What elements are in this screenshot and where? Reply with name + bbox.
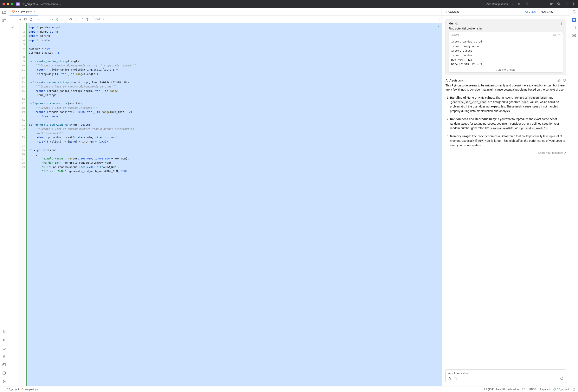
- attached-code-snippet: Jupyter import pandas as pd import numpy…: [449, 32, 563, 73]
- assistant-minimize-button[interactable]: —: [564, 10, 567, 13]
- toolbar-overflow-button[interactable]: ›: [439, 18, 439, 21]
- jupyter-vars-icon[interactable]: [572, 33, 576, 38]
- user-label: Me: [449, 22, 453, 25]
- thumbs-up-button[interactable]: [557, 79, 561, 82]
- user-message-menu[interactable]: ⋮: [560, 22, 563, 25]
- progress-tool-icon[interactable]: [2, 346, 6, 350]
- search-icon[interactable]: [557, 2, 561, 6]
- response-intro: This Python code seems to be written cor…: [445, 83, 566, 92]
- paste-cell-button[interactable]: [29, 17, 33, 21]
- project-selector[interactable]: DS DS_project ⌄: [16, 2, 38, 5]
- assistant-text-input[interactable]: [448, 372, 563, 375]
- run-config-selector[interactable]: Add Configuration... ⌄: [486, 2, 514, 5]
- svg-rect-28: [573, 34, 576, 35]
- close-tab-button[interactable]: ×: [34, 10, 36, 13]
- file-encoding[interactable]: UTF-8: [529, 388, 536, 391]
- attach-context-button[interactable]: [454, 377, 457, 381]
- assistant-more-button[interactable]: ⋮: [558, 10, 561, 13]
- services-tool-icon[interactable]: [2, 330, 6, 334]
- svg-point-15: [4, 381, 5, 382]
- debug-button[interactable]: [525, 2, 529, 6]
- problems-tool-icon[interactable]: [2, 371, 6, 375]
- svg-point-16: [12, 10, 15, 13]
- maximize-window-button[interactable]: [11, 3, 13, 5]
- move-up-button[interactable]: ↑: [37, 17, 41, 21]
- thumbs-down-button[interactable]: [563, 79, 566, 82]
- python-console-icon[interactable]: [2, 354, 6, 359]
- run-button[interactable]: [517, 2, 521, 6]
- run-cell-button[interactable]: ▷: [50, 17, 54, 21]
- jupyter-icon: [21, 388, 24, 391]
- breadcrumb[interactable]: DS_project › sample.ipynb: [7, 388, 39, 391]
- code-editor[interactable]: In _ 1234567891011 12131415 16171819 202…: [8, 23, 441, 386]
- svg-point-1: [551, 3, 552, 4]
- copy-cell-button[interactable]: [24, 17, 27, 21]
- svg-point-9: [3, 339, 5, 341]
- svg-rect-32: [573, 389, 575, 390]
- minimize-window-button[interactable]: [7, 3, 9, 5]
- expand-snippet-button[interactable]: ⌄ 23 more line(s): [449, 67, 563, 72]
- svg-point-30: [22, 389, 24, 390]
- right-tool-rail: [570, 8, 578, 386]
- svg-point-2: [558, 3, 559, 4]
- cell-type-selector[interactable]: Code ▾: [93, 17, 106, 21]
- tool-window-button[interactable]: ◻: [2, 388, 4, 391]
- send-button[interactable]: [560, 377, 563, 381]
- jupyter-icon: [12, 10, 15, 13]
- all-chats-link[interactable]: All Chats: [525, 10, 536, 13]
- cut-cell-button[interactable]: ✂: [18, 17, 22, 21]
- list-item: Randomness and Reproducibility: If you w…: [450, 117, 566, 131]
- project-tool-icon[interactable]: [2, 10, 6, 14]
- structure-tool-icon[interactable]: [2, 18, 6, 22]
- interpreter-selector[interactable]: DS_project: [553, 388, 569, 391]
- svg-point-14: [3, 382, 4, 383]
- restart-button[interactable]: [69, 17, 72, 21]
- code-cell-content[interactable]: ✓import pandas as pd import numpy as np …: [27, 23, 441, 386]
- clear-output-button[interactable]: [80, 17, 84, 21]
- assistant-input-box[interactable]: [445, 369, 566, 383]
- chevron-down-icon: ⌄: [511, 2, 514, 5]
- new-chat-button[interactable]: New Chat: [538, 9, 555, 14]
- svg-rect-7: [3, 21, 4, 22]
- project-name: DS_project: [21, 2, 35, 5]
- close-window-button[interactable]: [2, 3, 5, 5]
- line-separator[interactable]: LF: [523, 388, 525, 391]
- database-tool-icon[interactable]: [572, 26, 576, 30]
- share-feedback-link[interactable]: Share your feedback ↗: [445, 151, 566, 154]
- more-tools-icon[interactable]: ⋯: [2, 26, 6, 31]
- svg-rect-3: [565, 3, 567, 5]
- more-actions-button[interactable]: ⋮: [532, 2, 536, 6]
- delete-cell-button[interactable]: [86, 17, 89, 21]
- cursor-position[interactable]: 2:1 (1348 chars, 34 line breaks): [484, 388, 519, 391]
- notifications-icon[interactable]: [572, 10, 576, 14]
- ai-assistant-tool-icon[interactable]: [572, 18, 576, 22]
- add-cell-button[interactable]: +: [10, 17, 14, 21]
- run-all-button[interactable]: ▷▷: [74, 17, 78, 21]
- vcs-selector[interactable]: Version control ⌄: [41, 2, 61, 5]
- terminal-tool-icon[interactable]: [2, 363, 6, 367]
- titlebar: DS DS_project ⌄ Version control ⌄ Add Co…: [0, 0, 578, 8]
- attach-file-button[interactable]: [448, 377, 451, 381]
- svg-point-21: [56, 18, 58, 20]
- snippet-code-content: import pandas as pd import numpy as np i…: [449, 38, 563, 67]
- breadcrumb-project: DS_project: [7, 388, 19, 391]
- collaborate-icon[interactable]: [549, 2, 553, 6]
- vcs-tool-icon[interactable]: [2, 379, 6, 383]
- assistant-title: AI Assistant: [445, 10, 459, 13]
- debug-cell-button[interactable]: [55, 17, 59, 21]
- insert-snippet-button[interactable]: [558, 34, 561, 37]
- settings-icon[interactable]: [572, 2, 576, 6]
- chevron-down-icon: ⌄: [59, 2, 61, 5]
- lock-icon[interactable]: [573, 388, 576, 391]
- debug-tool-icon[interactable]: [2, 338, 6, 342]
- cell-toolbar: + ✂ ↑ ↓ ▷ ▷▷ Code ▾: [8, 16, 441, 23]
- indent-setting[interactable]: 4 spaces: [540, 388, 550, 391]
- tab-overflow-button[interactable]: ⋮: [435, 10, 440, 13]
- tab-sample-ipynb[interactable]: sample.ipynb ×: [10, 8, 38, 15]
- move-down-button[interactable]: ↓: [42, 17, 46, 21]
- updates-icon[interactable]: [564, 2, 568, 6]
- copy-snippet-button[interactable]: [553, 34, 556, 37]
- stop-button[interactable]: [63, 17, 67, 21]
- assistant-response: AI Assistant This Python code seems to b…: [445, 79, 566, 154]
- tab-label: sample.ipynb: [16, 10, 32, 13]
